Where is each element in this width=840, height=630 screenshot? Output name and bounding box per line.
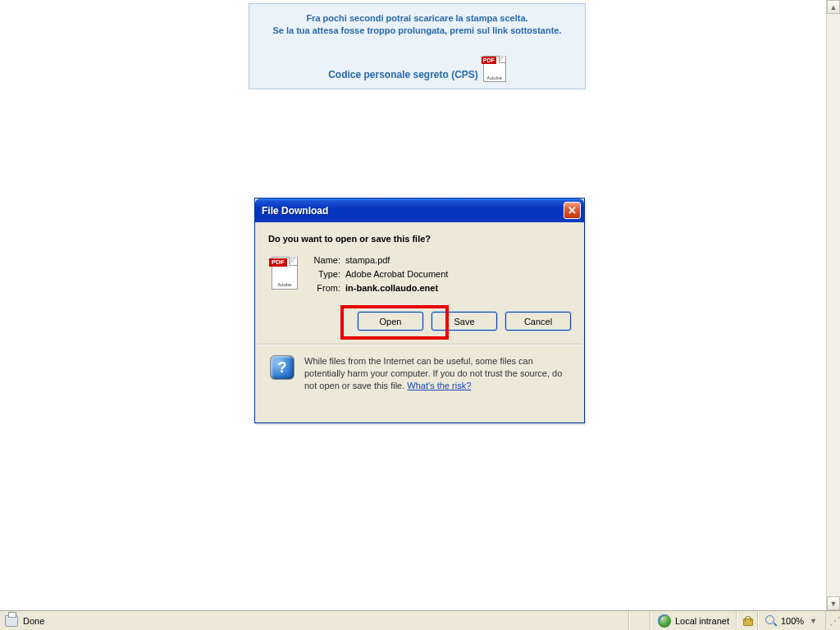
dialog-button-row: Open Save Cancel	[255, 297, 584, 344]
status-text: Done	[23, 616, 44, 626]
zoom-level: 100%	[781, 616, 804, 626]
from-value: in-bank.collaudo.enet	[345, 283, 438, 293]
file-meta: Name: stampa.pdf Type: Adobe Acrobat Doc…	[311, 255, 448, 297]
name-label: Name:	[311, 255, 345, 265]
save-button[interactable]: Save	[431, 312, 497, 331]
security-zone-pane[interactable]: Local intranet	[651, 611, 737, 630]
from-label: From:	[311, 283, 345, 293]
scroll-track[interactable]	[827, 14, 840, 596]
file-download-dialog: File Download ✕ Do you want to open or s…	[254, 198, 585, 423]
zoom-dropdown-icon[interactable]: ▼	[808, 617, 819, 625]
pdf-badge-label: PDF	[269, 258, 287, 267]
open-button[interactable]: Open	[358, 312, 423, 331]
magnifier-icon	[765, 615, 777, 627]
close-icon: ✕	[568, 204, 577, 217]
close-button[interactable]: ✕	[564, 202, 581, 219]
dialog-prompt: Do you want to open or save this file?	[268, 234, 571, 244]
warning-text: While files from the Internet can be use…	[304, 355, 571, 392]
dialog-titlebar[interactable]: File Download ✕	[255, 199, 584, 222]
intranet-zone-icon	[658, 614, 671, 628]
page-icon	[5, 615, 18, 627]
type-label: Type:	[311, 269, 345, 279]
type-value: Adobe Acrobat Document	[345, 269, 448, 279]
dialog-title: File Download	[262, 205, 328, 217]
browser-status-bar: Done Local intranet 100% ▼ ⋰	[0, 610, 840, 630]
pdf-badge-label: PDF	[482, 57, 496, 64]
status-empty-pane-1	[629, 611, 651, 630]
page-vertical-scrollbar[interactable]: ▲ ▼	[826, 0, 840, 610]
cancel-button[interactable]: Cancel	[505, 312, 571, 331]
ssl-pane[interactable]	[737, 611, 758, 630]
scroll-up-button[interactable]: ▲	[827, 0, 840, 14]
status-left-pane: Done	[0, 611, 629, 630]
info-line-2: Se la tua attesa fosse troppo prolungata…	[256, 25, 578, 37]
lock-icon	[742, 616, 752, 626]
resize-grip-icon[interactable]: ⋰	[826, 614, 840, 628]
pdf-file-icon: PDF Adobe	[483, 56, 506, 82]
name-value: stampa.pdf	[345, 255, 390, 265]
pdf-file-icon: PDF Adobe	[272, 257, 298, 290]
security-zone-label: Local intranet	[675, 616, 729, 626]
info-line-1: Fra pochi secondi potrai scaricare la st…	[256, 12, 578, 25]
pdf-brand-label: Adobe	[272, 282, 297, 287]
cps-download-link[interactable]: Codice personale segreto (CPS)	[328, 69, 478, 82]
scroll-down-button[interactable]: ▼	[827, 596, 840, 610]
help-shield-icon: ?	[270, 355, 294, 380]
download-info-panel: Fra pochi secondi potrai scaricare la st…	[249, 3, 586, 89]
whats-the-risk-link[interactable]: What's the risk?	[407, 381, 471, 390]
pdf-brand-label: Adobe	[484, 75, 505, 80]
zoom-pane[interactable]: 100% ▼	[758, 611, 826, 630]
